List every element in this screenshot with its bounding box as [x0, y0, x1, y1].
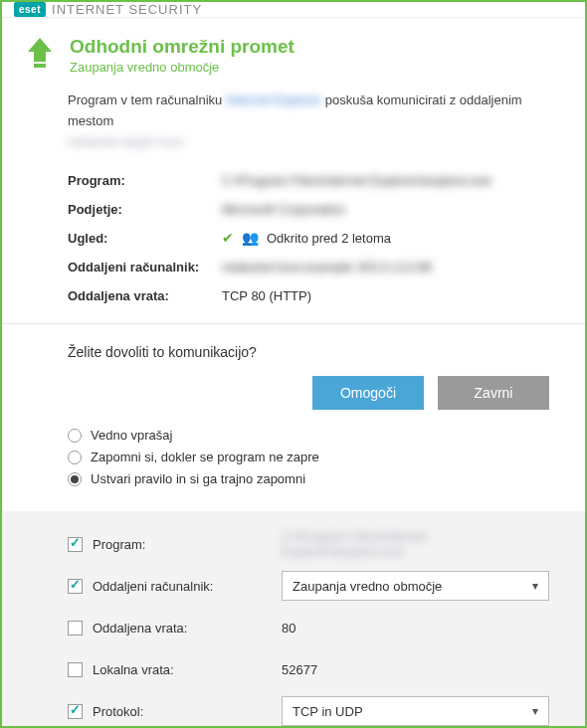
info-section: Program v tem računalniku Internet Explo… [2, 85, 585, 324]
program-value: C:\Program Files\Internet Explorer\iexpl… [222, 173, 561, 188]
rule-local-port-label: Lokalna vrata: [93, 662, 282, 677]
eset-logo: eset [14, 2, 46, 17]
community-icon: 👥 [242, 230, 259, 246]
dialog-header: Odhodni omrežni promet Zaupanja vredno o… [2, 18, 585, 85]
check-icon: ✔ [222, 230, 234, 246]
intro-app-blurred: Internet Explorer [226, 92, 321, 107]
remote-select[interactable]: Zaupanja vredno območje ▾ [282, 571, 549, 601]
svg-rect-0 [34, 64, 46, 68]
reputation-label: Ugled: [68, 231, 222, 246]
checkbox-remote-port[interactable] [68, 621, 83, 636]
radio-icon [68, 429, 82, 443]
radio-icon [68, 472, 82, 486]
checkbox-program[interactable] [68, 537, 83, 552]
intro-part1: Program v tem računalniku [68, 92, 226, 107]
radio-label: Vedno vprašaj [91, 428, 172, 443]
titlebar: eset INTERNET SECURITY [2, 2, 585, 18]
rule-program-label: Program: [93, 537, 282, 552]
company-value: Microsoft Corporation [222, 202, 561, 217]
radio-remember-until-close[interactable]: Zapomni si, dokler se program ne zapre [68, 450, 561, 464]
reputation-text: Odkrito pred 2 letoma [267, 231, 391, 246]
remote-port-value: TCP 80 (HTTP) [222, 288, 561, 303]
rule-protocol-label: Protokol: [93, 704, 282, 719]
remote-label: Oddaljeni računalnik: [68, 260, 222, 274]
remember-options: Vedno vprašaj Zapomni si, dokler se prog… [2, 428, 585, 511]
protocol-select[interactable]: TCP in UDP ▾ [282, 696, 549, 726]
radio-create-rule[interactable]: Ustvari pravilo in si ga trajno zapomni [68, 471, 561, 486]
deny-button[interactable]: Zavrni [438, 376, 549, 410]
intro-target-blurred: redacted target host [68, 134, 183, 149]
button-row: Omogoči Zavrni [2, 360, 585, 428]
select-value: Zaupanja vredno območje [293, 579, 442, 594]
remote-port-label: Oddaljena vrata: [68, 288, 222, 303]
radio-icon [68, 451, 82, 464]
checkbox-protocol[interactable] [68, 704, 83, 719]
remote-value: redacted.host.example 203.0.113.88 [222, 260, 561, 274]
rule-program-value: C:\Program Files\Internet Explorer\iexpl… [282, 529, 549, 559]
chevron-down-icon: ▾ [532, 704, 538, 718]
rule-remote-port-value: 80 [282, 621, 549, 636]
intro-text: Program v tem računalniku Internet Explo… [68, 91, 561, 152]
outbound-arrow-icon [26, 36, 54, 74]
allow-button[interactable]: Omogoči [312, 376, 424, 410]
company-label: Podjetje: [68, 202, 222, 217]
rule-panel: Program: C:\Program Files\Internet Explo… [2, 511, 585, 728]
product-name: INTERNET SECURITY [52, 2, 202, 17]
rule-remote-port-label: Oddaljena vrata: [93, 621, 282, 636]
radio-label: Zapomni si, dokler se program ne zapre [91, 450, 319, 464]
header-title: Odhodni omrežni promet [70, 36, 561, 58]
radio-always-ask[interactable]: Vedno vprašaj [68, 428, 561, 443]
rule-local-port-value: 52677 [282, 662, 549, 677]
checkbox-remote[interactable] [68, 579, 83, 594]
radio-label: Ustvari pravilo in si ga trajno zapomni [91, 471, 305, 486]
checkbox-local-port[interactable] [68, 662, 83, 677]
header-subtitle: Zaupanja vredno območje [70, 60, 561, 75]
program-label: Program: [68, 173, 222, 188]
select-value: TCP in UDP [293, 704, 363, 719]
reputation-value: ✔ 👥 Odkrito pred 2 letoma [222, 230, 561, 246]
rule-remote-label: Oddaljeni računalnik: [93, 579, 282, 594]
chevron-down-icon: ▾ [532, 579, 538, 593]
question-text: Želite dovoliti to komunikacijo? [2, 324, 585, 360]
